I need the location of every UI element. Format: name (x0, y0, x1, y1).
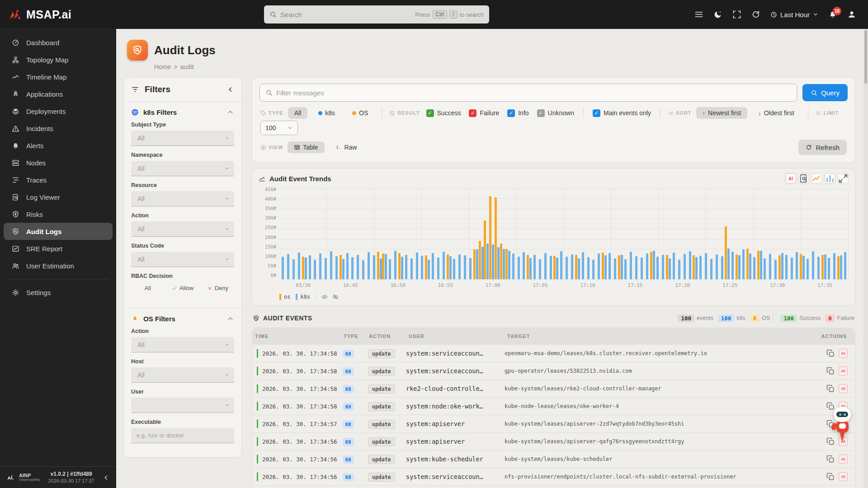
k8s-bar[interactable] (394, 251, 396, 279)
filters-collapse-icon[interactable] (227, 86, 234, 93)
expand-icon[interactable] (838, 173, 849, 184)
k8s-bar[interactable] (738, 255, 741, 279)
eye-icon[interactable] (321, 294, 328, 300)
k8s-bar[interactable] (342, 259, 344, 279)
os-bar[interactable] (495, 197, 497, 279)
k8s-bar[interactable] (529, 258, 532, 279)
bar-chart-icon[interactable] (825, 173, 835, 184)
table-row[interactable]: 2026. 03. 30. 17:34:57 K8 update system:… (252, 415, 855, 432)
log-search-icon[interactable] (798, 173, 809, 184)
k8s-bar[interactable] (401, 257, 403, 279)
option-allow[interactable]: Allow (167, 283, 198, 293)
k8s-bar[interactable] (684, 254, 686, 279)
os-bar[interactable] (340, 255, 342, 279)
table-row[interactable]: 2026. 03. 30. 17:34:58 K8 update system:… (252, 362, 855, 380)
global-search-input[interactable] (280, 11, 411, 19)
k8s-bar[interactable] (662, 255, 664, 279)
k8s-bar[interactable] (437, 258, 439, 279)
os-bar[interactable] (757, 251, 760, 279)
k8s-bar[interactable] (641, 258, 643, 279)
k8s-bar[interactable] (481, 247, 484, 279)
k8s-bar[interactable] (705, 253, 707, 279)
k8s-bar[interactable] (410, 258, 413, 279)
k8s-bar[interactable] (357, 255, 359, 279)
k8s-bar[interactable] (292, 259, 295, 279)
k8s-bar[interactable] (760, 251, 762, 279)
k8s-bar[interactable] (578, 258, 580, 279)
k8s-bar[interactable] (523, 252, 525, 279)
k8s-bar[interactable] (749, 253, 751, 279)
k8s-bar[interactable] (812, 251, 814, 279)
k8s-bar[interactable] (508, 251, 510, 279)
os-bar[interactable] (425, 255, 427, 279)
executable-input[interactable] (131, 428, 234, 443)
ai-icon[interactable]: AI (839, 349, 848, 358)
k8s-bar[interactable] (796, 252, 798, 279)
subject-type-select[interactable]: All (131, 131, 234, 146)
k8s-bar[interactable] (368, 252, 370, 279)
chevron-up-icon[interactable] (226, 108, 234, 116)
k8s-bar[interactable] (635, 256, 637, 279)
sidebar-item-sre-report[interactable]: SRE Report (4, 240, 113, 257)
type-option-os[interactable]: OS (346, 107, 374, 119)
k8s-bar[interactable] (592, 260, 594, 279)
k8s-bar[interactable] (305, 258, 307, 279)
os-bar[interactable] (837, 256, 840, 279)
result-check-info[interactable]: ✓Info (507, 109, 528, 117)
k8s-bar[interactable] (464, 255, 466, 279)
table-row[interactable]: 2026. 03. 30. 17:34:58 K8 update rke2-cl… (252, 380, 855, 397)
k8s-bar[interactable] (791, 258, 793, 279)
k8s-bar[interactable] (486, 244, 489, 280)
table-row[interactable]: 2026. 03. 30. 17:34:58 K8 update system:… (252, 344, 855, 362)
os-bar[interactable] (725, 226, 727, 279)
k8s-bar[interactable] (716, 254, 718, 279)
os-bar[interactable] (575, 255, 577, 279)
sidebar-item-risks[interactable]: Risks (4, 206, 113, 223)
k8s-bar[interactable] (630, 252, 632, 279)
column-header-user[interactable]: USER (406, 333, 505, 339)
sidebar-item-settings[interactable]: Settings (4, 284, 113, 301)
k8s-bar[interactable] (824, 254, 826, 279)
table-row[interactable]: 2026. 03. 30. 17:34:58 K8 update system:… (252, 397, 855, 415)
k8s-bar[interactable] (335, 256, 338, 279)
option-deny[interactable]: Deny (202, 283, 233, 293)
filter-messages-input[interactable] (276, 89, 791, 97)
os-bar[interactable] (800, 254, 802, 279)
k8s-bar[interactable] (571, 254, 573, 279)
sidebar-collapse-icon[interactable] (103, 474, 110, 481)
k8s-bar[interactable] (678, 260, 680, 279)
k8s-bar[interactable] (560, 251, 562, 279)
table-row[interactable]: 2026. 03. 30. 17:34:56 K8 update system:… (252, 468, 855, 485)
host-select[interactable]: All (131, 367, 234, 383)
k8s-bar[interactable] (287, 254, 289, 279)
k8s-bar[interactable] (656, 257, 659, 279)
column-header-time[interactable]: TIME (252, 333, 341, 339)
k8s-bar[interactable] (380, 258, 382, 279)
ai-icon[interactable]: AI (839, 384, 848, 393)
k8s-bar[interactable] (449, 256, 452, 279)
sidebar-item-nodes[interactable]: Nodes (4, 154, 113, 171)
column-header-type[interactable]: TYPE (341, 333, 366, 339)
k8s-bar[interactable] (695, 257, 698, 279)
scrollbar-thumb[interactable] (864, 30, 867, 84)
k8s-bar[interactable] (373, 255, 375, 279)
assistant-robot-mascot[interactable] (829, 407, 856, 447)
os-bar[interactable] (618, 255, 620, 279)
k8s-bar[interactable] (807, 259, 809, 279)
os-bar[interactable] (447, 254, 449, 279)
k8s-bar[interactable] (566, 257, 568, 279)
k8s-bar[interactable] (518, 257, 520, 279)
k8s-bar[interactable] (582, 252, 584, 279)
os-bar[interactable] (505, 249, 508, 279)
os-bar[interactable] (473, 249, 476, 279)
k8s-bar[interactable] (512, 253, 514, 279)
k8s-bar[interactable] (817, 257, 820, 279)
k8s-bar[interactable] (621, 255, 623, 279)
k8s-bar[interactable] (309, 255, 311, 279)
os-bar[interactable] (553, 256, 556, 279)
k8s-bar[interactable] (587, 257, 590, 279)
os-bar[interactable] (398, 253, 401, 279)
time-range-selector[interactable]: Last Hour (770, 11, 818, 19)
view-option-table[interactable]: Table (288, 141, 324, 153)
user-select[interactable] (131, 398, 234, 413)
